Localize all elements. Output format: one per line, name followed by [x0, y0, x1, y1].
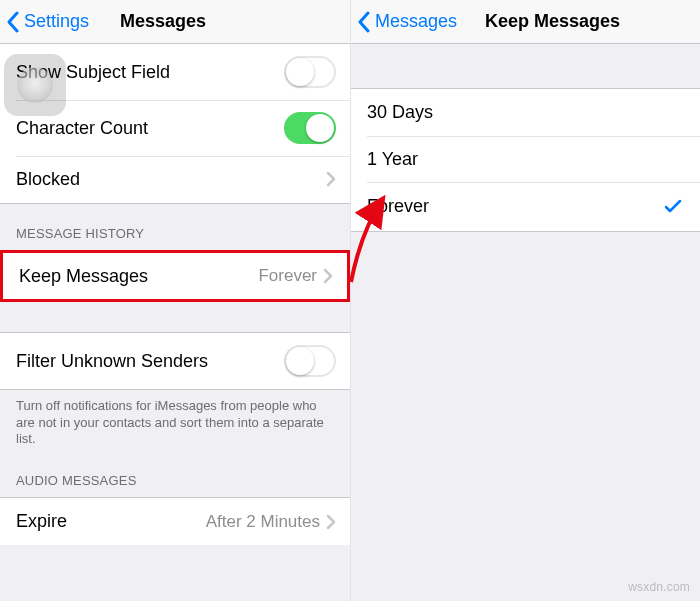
row-detail-value: After 2 Minutes	[206, 511, 320, 532]
row-keep-messages[interactable]: Keep Messages Forever	[3, 253, 347, 300]
row-label: Blocked	[16, 168, 80, 191]
option-label: Forever	[367, 195, 429, 218]
screen-messages-settings: Settings Messages Show Subject Field Cha…	[0, 0, 350, 601]
chevron-right-icon	[326, 514, 336, 530]
chevron-right-icon	[326, 171, 336, 187]
assistive-touch-button[interactable]	[4, 54, 66, 116]
row-label: Character Count	[16, 117, 148, 140]
option-30-days[interactable]: 30 Days	[351, 89, 700, 136]
chevron-right-icon	[323, 268, 333, 284]
navbar: Messages Keep Messages	[351, 0, 700, 44]
chevron-left-icon	[357, 11, 371, 33]
toggle-character-count[interactable]	[284, 112, 336, 144]
group-audio-messages: Expire After 2 Minutes	[0, 497, 350, 545]
watermark: wsxdn.com	[628, 580, 690, 595]
back-label: Messages	[375, 10, 457, 33]
row-label: Filter Unknown Senders	[16, 350, 208, 373]
group-keep-options: 30 Days 1 Year Forever	[351, 88, 700, 232]
option-forever[interactable]: Forever	[351, 182, 700, 231]
row-filter-unknown-senders[interactable]: Filter Unknown Senders	[0, 333, 350, 389]
back-label: Settings	[24, 10, 89, 33]
option-label: 1 Year	[367, 148, 418, 171]
row-detail-value: Forever	[258, 265, 317, 286]
chevron-left-icon	[6, 11, 20, 33]
group-message-history: Keep Messages Forever	[0, 250, 350, 303]
navbar: Settings Messages	[0, 0, 350, 44]
row-label: Keep Messages	[19, 265, 148, 288]
checkmark-icon	[664, 194, 686, 219]
row-label: Expire	[16, 510, 67, 533]
back-button-messages[interactable]: Messages	[351, 10, 457, 33]
option-1-year[interactable]: 1 Year	[351, 136, 700, 183]
section-header-message-history: MESSAGE HISTORY	[0, 204, 350, 250]
section-header-audio-messages: AUDIO MESSAGES	[0, 465, 350, 497]
group-filter-unknown: Filter Unknown Senders	[0, 332, 350, 390]
toggle-filter-unknown[interactable]	[284, 345, 336, 377]
row-expire[interactable]: Expire After 2 Minutes	[0, 498, 350, 545]
assistive-touch-icon	[17, 67, 53, 103]
back-button-settings[interactable]: Settings	[0, 10, 89, 33]
screen-keep-messages: Messages Keep Messages 30 Days 1 Year Fo…	[350, 0, 700, 601]
section-footer-filter-unknown: Turn off notifications for iMessages fro…	[0, 390, 350, 465]
toggle-show-subject[interactable]	[284, 56, 336, 88]
option-label: 30 Days	[367, 101, 433, 124]
row-blocked[interactable]: Blocked	[0, 156, 350, 203]
